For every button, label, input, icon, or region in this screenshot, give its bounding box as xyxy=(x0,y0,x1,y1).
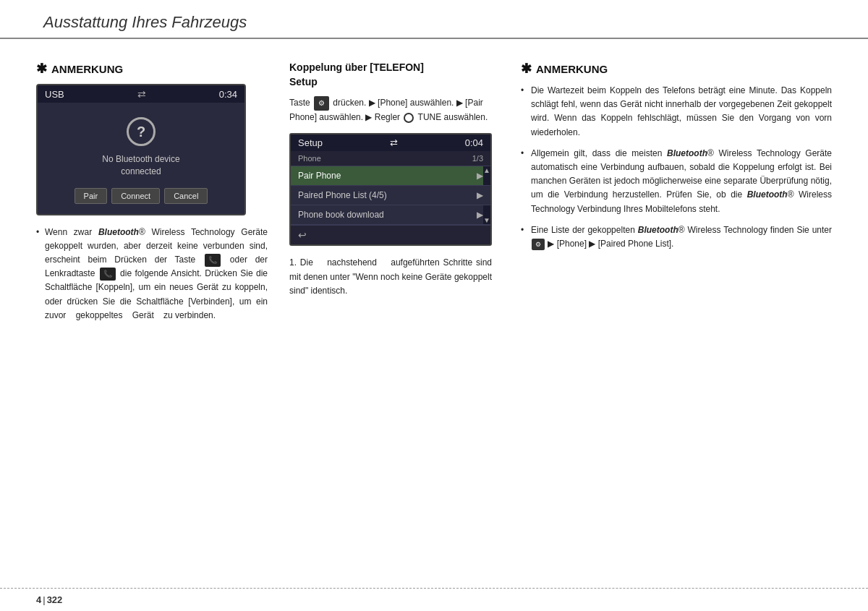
question-icon: ? xyxy=(127,117,156,146)
setup-bt-icon: ⇄ xyxy=(390,137,398,148)
paired-list-label: Paired Phone List (4/5) xyxy=(298,190,387,200)
center-title-line1: Koppelung über [TELEFON] xyxy=(289,61,424,73)
setup-screen-body: Phone 1/3 Pair Phone ▶ ▲ Paired Phone Li… xyxy=(291,151,490,244)
cancel-button[interactable]: Cancel xyxy=(164,188,208,204)
asterisk-icon: ✱ xyxy=(36,61,47,77)
right-note-title: ANMERKUNG xyxy=(536,63,608,75)
left-note-header: ✱ ANMERKUNG xyxy=(36,61,268,77)
gear-btn-right: ⚙ xyxy=(532,239,545,250)
left-column: ✱ ANMERKUNG USB ⇄ 0:34 ? No Bluetooth de… xyxy=(36,61,268,328)
phone-row-label: Phone xyxy=(298,154,321,163)
setup-pair-phone-row[interactable]: Pair Phone ▶ ▲ xyxy=(291,166,490,186)
center-title: Koppelung über [TELEFON] Setup xyxy=(289,61,492,89)
phone-button-icon: 📞 xyxy=(205,254,221,267)
setup-screen-header: Setup ⇄ 0:04 xyxy=(291,134,490,151)
gear-button-icon: ⚙ xyxy=(314,96,329,111)
content-area: ✱ ANMERKUNG USB ⇄ 0:34 ? No Bluetooth de… xyxy=(0,39,868,343)
right-para2: Allgemein gilt, dass die meisten Bluetoo… xyxy=(521,147,832,216)
right-para3: Eine Liste der gekoppelten Bluetooth® Wi… xyxy=(521,223,832,251)
tune-knob-icon xyxy=(404,113,414,123)
right-para2-prefix: Allgemein gilt, dass die meisten xyxy=(531,148,667,158)
center-step-num: 1. xyxy=(289,257,297,268)
connect-button[interactable]: Connect xyxy=(111,188,160,204)
right-asterisk-icon: ✱ xyxy=(521,61,532,77)
footer-separator: | xyxy=(43,594,45,605)
setup-paired-list-row[interactable]: Paired Phone List (4/5) ▶ xyxy=(291,186,490,205)
phone-page-num: 1/3 xyxy=(472,154,483,163)
pair-button[interactable]: Pair xyxy=(75,188,108,204)
scroll-down-icon[interactable]: ▼ xyxy=(483,216,490,224)
center-column: Koppelung über [TELEFON] Setup Taste ⚙ d… xyxy=(282,61,499,328)
right-column: ✱ ANMERKUNG Die Wartezeit beim Koppeln d… xyxy=(514,61,832,328)
paired-list-arrow-icon: ▶ xyxy=(477,190,483,200)
phonebook-arrow-icon: ▶ xyxy=(477,210,483,220)
screen-header: USB ⇄ 0:34 xyxy=(38,85,244,103)
left-note-title: ANMERKUNG xyxy=(51,63,123,75)
left-para1: Wenn zwar Bluetooth® Wireless Technology… xyxy=(36,226,268,322)
setup-label: Setup xyxy=(298,137,323,148)
setup-back-row[interactable]: ↩ xyxy=(291,225,490,244)
center-title-line2: Setup xyxy=(289,76,318,87)
right-para1-text: Die Wartezeit beim Koppeln des Telefons … xyxy=(531,85,832,137)
setup-phone-row: Phone 1/3 xyxy=(291,151,490,166)
pair-arrow-icon: ▶ xyxy=(477,171,483,181)
footer-page: 322 xyxy=(47,594,63,605)
scrollbar[interactable]: ▲ xyxy=(483,166,490,185)
bluetooth-brand-left: Bluetooth xyxy=(98,227,139,237)
center-intro: Taste ⚙ drücken. ▶ [Phone] auswählen. ▶ … xyxy=(289,96,492,124)
footer-chapter: 4 xyxy=(36,594,41,605)
page-header: Ausstattung Ihres Fahrzeugs xyxy=(0,0,868,39)
page-footer: 4 | 322 xyxy=(0,588,868,611)
scrollbar-bottom: ▼ xyxy=(483,205,490,224)
screen-buttons: Pair Connect Cancel xyxy=(75,188,208,204)
left-body-text: Wenn zwar Bluetooth® Wireless Technology… xyxy=(36,226,268,322)
no-device-text: No Bluetooth device connected xyxy=(102,153,179,178)
bluetooth-brand-right4: Bluetooth xyxy=(638,225,678,235)
bluetooth-brand-right2: Bluetooth xyxy=(667,148,707,158)
bluetooth-brand-right3: Bluetooth xyxy=(747,189,788,200)
right-body-text: Die Wartezeit beim Koppeln des Telefons … xyxy=(521,84,832,251)
phonebook-label: Phone book download xyxy=(298,210,384,220)
right-note-header: ✱ ANMERKUNG xyxy=(521,61,832,77)
right-para1: Die Wartezeit beim Koppeln des Telefons … xyxy=(521,84,832,140)
setup-phonebook-row[interactable]: Phone book download ▶ ▼ xyxy=(291,205,490,225)
back-arrow-icon: ↩ xyxy=(298,229,307,241)
bluetooth-arrow-icon: ⇄ xyxy=(137,88,146,100)
pair-phone-label: Pair Phone xyxy=(298,171,341,181)
setup-screen-mockup: Setup ⇄ 0:04 Phone 1/3 Pair Phone ▶ ▲ Pa… xyxy=(289,133,492,246)
screen-time: 0:34 xyxy=(219,89,237,100)
center-body-text: 1. Die nachstehend aufgeführten Schritte… xyxy=(289,256,492,298)
usb-label: USB xyxy=(45,89,64,100)
scroll-up-icon[interactable]: ▲ xyxy=(483,166,490,174)
usb-screen-mockup: USB ⇄ 0:34 ? No Bluetooth device connect… xyxy=(36,84,246,215)
setup-time: 0:04 xyxy=(465,137,483,148)
screen-body: ? No Bluetooth device connected Pair Con… xyxy=(38,103,244,214)
page-title: Ausstattung Ihres Fahrzeugs xyxy=(43,13,825,32)
steering-phone-icon: 📞 xyxy=(100,268,116,281)
